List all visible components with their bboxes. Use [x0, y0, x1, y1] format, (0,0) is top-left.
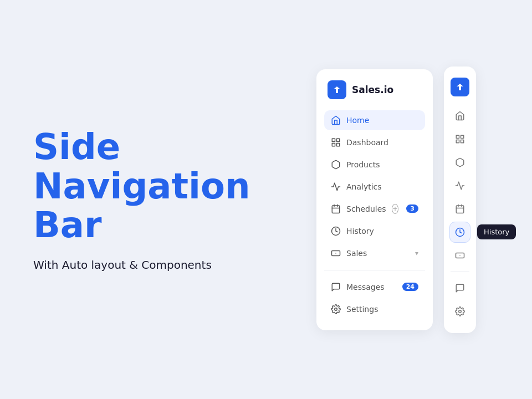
sidebar-item-schedules[interactable]: Schedules + 3	[324, 199, 425, 219]
messages-icon	[331, 282, 341, 292]
sidebar-item-history-label: History	[346, 227, 374, 236]
page-heading: Side Navigation Bar	[33, 127, 260, 244]
sidebar-item-analytics-label: Analytics	[346, 182, 382, 191]
sidebar-item-dashboard[interactable]: Dashboard	[324, 132, 425, 152]
svg-point-21	[459, 310, 462, 313]
mini-item-analytics[interactable]	[449, 175, 470, 196]
mini-item-schedules[interactable]	[449, 198, 470, 219]
mini-item-products[interactable]	[449, 152, 470, 173]
sidebar-item-settings[interactable]: Settings	[324, 299, 425, 319]
sidebar-item-home[interactable]: Home	[324, 110, 425, 130]
mini-item-history[interactable]	[449, 222, 470, 243]
products-icon	[331, 160, 341, 170]
svg-point-10	[335, 308, 337, 310]
logo-text: Sales.io	[352, 84, 393, 95]
sidebar-divider	[324, 270, 425, 270]
sidebar-item-dashboard-label: Dashboard	[346, 138, 388, 147]
home-icon	[331, 115, 341, 125]
svg-rect-4	[332, 206, 340, 213]
sidebar-item-settings-label: Settings	[346, 305, 378, 314]
dashboard-icon	[331, 137, 341, 147]
sidebar-item-schedules-label: Schedules	[346, 204, 386, 213]
sidebar-item-analytics[interactable]: Analytics	[324, 177, 425, 197]
mini-item-sales[interactable]	[449, 245, 470, 266]
svg-rect-3	[337, 143, 340, 146]
mini-logo-header	[451, 78, 469, 96]
settings-icon	[331, 304, 341, 314]
mini-item-home[interactable]	[449, 105, 470, 126]
messages-badge: 24	[402, 283, 418, 291]
nav-showcase: Sales.io Home Dashboard	[283, 66, 532, 333]
svg-rect-2	[332, 143, 335, 146]
sales-icon	[331, 248, 341, 258]
mini-item-messages[interactable]	[449, 278, 470, 299]
svg-rect-11	[456, 135, 459, 138]
mini-item-dashboard[interactable]	[449, 129, 470, 150]
sidebar-header: Sales.io	[324, 80, 425, 108]
sidebar-item-messages[interactable]: Messages 24	[324, 277, 425, 297]
mini-logo-icon	[451, 78, 469, 96]
svg-rect-1	[337, 139, 340, 141]
page-subheading: With Auto layout & Components	[33, 258, 260, 272]
sidebar-item-home-label: Home	[346, 116, 369, 125]
sidebar-item-messages-label: Messages	[346, 283, 385, 291]
analytics-icon	[331, 182, 341, 192]
svg-rect-0	[332, 139, 335, 141]
mini-item-settings[interactable]	[449, 301, 470, 322]
schedules-add-icon[interactable]: +	[392, 204, 399, 214]
history-tooltip: History	[477, 224, 516, 239]
schedules-badge: 3	[406, 204, 418, 213]
logo-icon	[328, 80, 346, 99]
svg-rect-14	[461, 140, 464, 142]
svg-rect-12	[461, 135, 464, 138]
mini-sidebar-divider	[451, 272, 469, 272]
sidebar-item-sales[interactable]: Sales ▾	[324, 243, 425, 263]
svg-rect-15	[456, 206, 464, 213]
mini-item-history-wrapper: History	[449, 222, 470, 243]
sidebar-item-products[interactable]: Products	[324, 155, 425, 175]
sales-chevron-icon: ▾	[415, 249, 418, 257]
schedules-icon	[331, 204, 341, 214]
sidebar-item-products-label: Products	[346, 160, 380, 169]
sidebar-item-history[interactable]: History	[324, 221, 425, 241]
full-sidebar: Sales.io Home Dashboard	[316, 69, 433, 330]
mini-sidebar: History	[444, 66, 476, 333]
history-icon	[331, 226, 341, 236]
svg-rect-13	[456, 140, 459, 142]
sidebar-item-sales-label: Sales	[346, 249, 367, 258]
